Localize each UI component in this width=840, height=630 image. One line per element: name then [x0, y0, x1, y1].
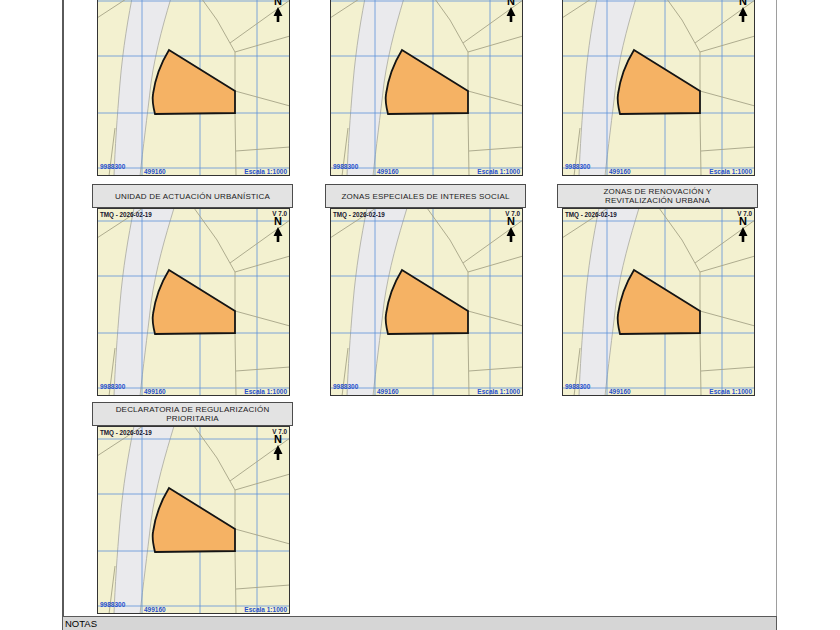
northing-label: 9988300 [100, 163, 126, 170]
scale-label: Escala 1:1000 [477, 168, 520, 175]
map-panel-inner: DECLARATORIA DE REGULARIZACIÓN PRIORITAR… [97, 402, 290, 614]
northing-label: 9988300 [333, 163, 359, 170]
notes-section-header: NOTAS [62, 616, 777, 630]
north-letter: N [274, 215, 282, 227]
easting-label: 499160 [144, 168, 166, 175]
map-panel-inner: TMQ - 2026-02-19 V 7.0 N 9988300 499160 … [562, 0, 755, 176]
stamp-label: TMQ - 2026-02-19 [333, 211, 385, 219]
map-panel: TMQ - 2026-02-19 V 7.0 N 9988300 499160 … [97, 0, 290, 176]
map-canvas: TMQ - 2026-02-19 V 7.0 N 9988300 499160 … [97, 426, 290, 614]
map-panel-inner: TMQ - 2026-02-19 V 7.0 N 9988300 499160 … [97, 0, 290, 176]
north-letter: N [507, 0, 515, 7]
map-panel-inner: ZONAS ESPECIALES DE INTERES SOCIAL [330, 184, 523, 396]
scale-label: Escala 1:1000 [244, 606, 287, 613]
easting-label: 499160 [609, 168, 631, 175]
north-letter: N [739, 0, 747, 7]
map-canvas: TMQ - 2026-02-19 V 7.0 N 9988300 499160 … [330, 0, 523, 176]
north-letter: N [274, 0, 282, 7]
north-letter: N [274, 433, 282, 445]
map-panel-title: ZONAS DE RENOVACIÓN Y REVITALIZACIÓN URB… [557, 184, 758, 208]
scale-label: Escala 1:1000 [709, 388, 752, 395]
map-canvas: TMQ - 2026-02-19 V 7.0 N 9988300 499160 … [562, 208, 755, 396]
map-canvas: TMQ - 2026-02-19 V 7.0 N 9988300 499160 … [97, 0, 290, 176]
map-panel-inner: TMQ - 2026-02-19 V 7.0 N 9988300 499160 … [330, 0, 523, 176]
easting-label: 499160 [377, 388, 399, 395]
map-canvas: TMQ - 2026-02-19 V 7.0 N 9988300 499160 … [330, 208, 523, 396]
northing-label: 9988300 [565, 383, 591, 390]
irm-document-page: TMQ - 2026-02-19 V 7.0 N 9988300 499160 … [0, 0, 840, 630]
northing-label: 9988300 [100, 601, 126, 608]
map-panel-inner: UNIDAD DE ACTUACIÓN URBANÍSTICA [97, 184, 290, 396]
easting-label: 499160 [144, 606, 166, 613]
stamp-label: TMQ - 2026-02-19 [100, 429, 152, 437]
scale-label: Escala 1:1000 [244, 168, 287, 175]
stamp-label: TMQ - 2026-02-19 [100, 211, 152, 219]
north-letter: N [739, 215, 747, 227]
scale-label: Escala 1:1000 [709, 168, 752, 175]
easting-label: 499160 [377, 168, 399, 175]
map-canvas: TMQ - 2026-02-19 V 7.0 N 9988300 499160 … [562, 0, 755, 176]
north-letter: N [507, 215, 515, 227]
scale-label: Escala 1:1000 [244, 388, 287, 395]
map-panel: ZONAS DE RENOVACIÓN Y REVITALIZACIÓN URB… [562, 184, 755, 396]
map-panel-inner: ZONAS DE RENOVACIÓN Y REVITALIZACIÓN URB… [562, 184, 755, 396]
map-panel-title: UNIDAD DE ACTUACIÓN URBANÍSTICA [92, 184, 293, 208]
map-panel-title: DECLARATORIA DE REGULARIZACIÓN PRIORITAR… [92, 402, 293, 426]
stamp-label: TMQ - 2026-02-19 [565, 211, 617, 219]
northing-label: 9988300 [565, 163, 591, 170]
easting-label: 499160 [609, 388, 631, 395]
map-panel: ZONAS ESPECIALES DE INTERES SOCIAL [330, 184, 523, 396]
scale-label: Escala 1:1000 [477, 388, 520, 395]
map-panel: TMQ - 2026-02-19 V 7.0 N 9988300 499160 … [562, 0, 755, 176]
map-panel: UNIDAD DE ACTUACIÓN URBANÍSTICA [97, 184, 290, 396]
map-grid: TMQ - 2026-02-19 V 7.0 N 9988300 499160 … [0, 0, 840, 630]
map-canvas: TMQ - 2026-02-19 V 7.0 N 9988300 499160 … [97, 208, 290, 396]
notes-label: NOTAS [65, 618, 97, 629]
northing-label: 9988300 [100, 383, 126, 390]
map-panel: DECLARATORIA DE REGULARIZACIÓN PRIORITAR… [97, 402, 290, 614]
map-panel-title: ZONAS ESPECIALES DE INTERES SOCIAL [325, 184, 526, 208]
northing-label: 9988300 [333, 383, 359, 390]
easting-label: 499160 [144, 388, 166, 395]
map-panel: TMQ - 2026-02-19 V 7.0 N 9988300 499160 … [330, 0, 523, 176]
